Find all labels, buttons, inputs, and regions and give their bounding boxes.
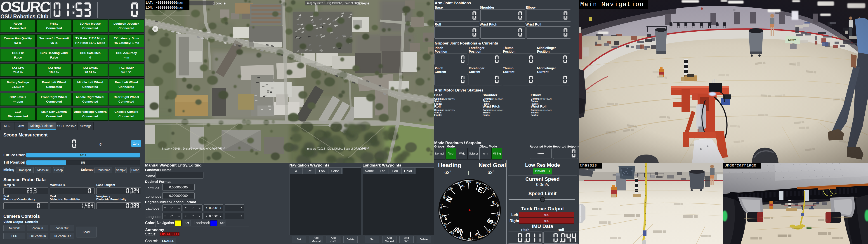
svg-text:Google: Google — [356, 146, 370, 150]
svg-text:Google: Google — [212, 146, 225, 150]
svg-text:060: 060 — [466, 180, 471, 183]
svg-text:240: 240 — [468, 237, 473, 240]
svg-text:Google: Google — [213, 1, 226, 5]
svg-text:160: 160 — [496, 212, 500, 217]
svg-text:Imagery ©2018 , DigitalGlobe,: Imagery ©2018 , DigitalGlobe, State of O… — [307, 2, 363, 5]
svg-text:Imagery ©2018 , DigitalGlobe,: Imagery ©2018 , DigitalGlobe, State of O… — [307, 147, 363, 150]
svg-text:340: 340 — [440, 204, 443, 209]
svg-text:Imagery ©2018 , DigitalGlobe,: Imagery ©2018 , DigitalGlobe, State of O… — [162, 147, 218, 150]
svg-text:Google: Google — [356, 1, 370, 5]
